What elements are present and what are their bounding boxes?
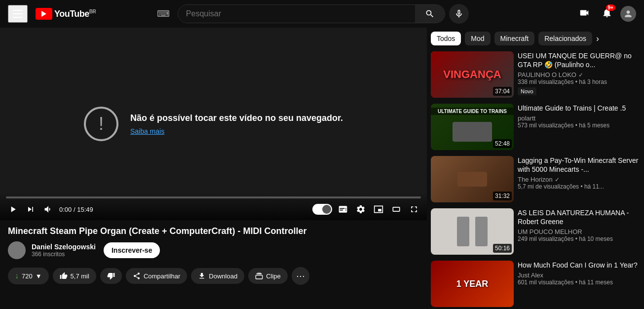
rec-title-2: Ultimate Guide to Trains | Create .5 (518, 104, 640, 113)
search-input[interactable] (178, 5, 415, 23)
rec-title-1: USEI UM TANQUE DE GUERR@ no GTA RP 🤣 (Pa… (518, 51, 640, 69)
exclamation-icon: ! (99, 114, 104, 134)
rec-meta-4: 249 mil visualizações • há 10 meses (518, 235, 640, 242)
quality-label: 720 (22, 272, 33, 280)
search-area: ⌨ (153, 4, 469, 24)
sidebar: Todos Mod Minecraft Relacionados › VINGA… (427, 28, 644, 309)
quality-dropdown-icon: ▼ (36, 272, 42, 280)
chip-mod[interactable]: Mod (465, 32, 490, 45)
rec-title-5: How Much Food Can I Grow in 1 Year? (518, 261, 640, 270)
theater-button[interactable] (389, 202, 403, 216)
channel-avatar[interactable] (8, 241, 26, 259)
menu-button[interactable] (8, 5, 28, 23)
logo[interactable]: YouTubeBR (36, 8, 96, 20)
next-button[interactable] (24, 202, 38, 216)
progress-bar[interactable] (6, 196, 421, 198)
share-button[interactable]: Compartilhar (126, 268, 187, 284)
search-bar (178, 4, 445, 23)
rec-meta-2: 573 mil visualizações • há 5 meses (518, 122, 640, 129)
youtube-logo-icon (36, 8, 52, 20)
rec-info-1: USEI UM TANQUE DE GUERR@ no GTA RP 🤣 (Pa… (518, 51, 640, 98)
subtitle-button[interactable] (336, 202, 350, 216)
rec-item-4[interactable]: 50:16 AS LEIS DA NATUREZA HUMANA - Rober… (431, 208, 640, 255)
subscribe-button[interactable]: Inscrever-se (104, 242, 160, 258)
rec-channel-5: Just Alex (518, 271, 640, 279)
header: YouTubeBR ⌨ 9+ (0, 0, 644, 28)
error-message: Não é possível tocar este vídeo no seu n… (130, 113, 343, 123)
rec-duration-4: 50:16 (493, 244, 512, 253)
like-button[interactable]: 5,7 mil (53, 268, 96, 284)
upload-button[interactable] (575, 3, 594, 25)
settings-button[interactable] (354, 202, 368, 216)
rec-item-5[interactable]: 1 YEAR How Much Food Can I Grow in 1 Yea… (431, 261, 640, 307)
dislike-button[interactable] (100, 268, 122, 284)
time-display: 0:00 / 15:49 (59, 206, 93, 213)
channel-subs: 366 inscritos (32, 251, 96, 258)
rec-meta-5: 601 mil visualizações • há 11 meses (518, 279, 640, 286)
rec-duration-1: 37:04 (493, 87, 512, 96)
quality-button[interactable]: ↓ 720 ▼ (8, 268, 49, 284)
error-icon: ! (84, 107, 118, 141)
more-options-button[interactable]: ⋯ (292, 267, 309, 285)
miniplayer-button[interactable] (372, 202, 385, 216)
error-content: ! Não é possível tocar este vídeo no seu… (84, 107, 343, 141)
like-count: 5,7 mil (71, 272, 89, 280)
rec-title-3: Lagging a Pay-To-Win Minecraft Server wi… (518, 156, 640, 174)
time-total: 15:49 (77, 206, 93, 213)
verified-icon-3: ✓ (555, 176, 560, 183)
search-button[interactable] (415, 5, 445, 23)
chip-arrow-right[interactable]: › (596, 34, 599, 44)
rec-meta-1: 338 mil visualizações • há 3 horas (518, 78, 640, 85)
rec-channel-2: polartt (518, 115, 640, 122)
mic-button[interactable] (449, 4, 469, 24)
rec-info-4: AS LEIS DA NATUREZA HUMANA - Robert Gree… (518, 208, 640, 255)
learn-more-link[interactable]: Saiba mais (130, 127, 164, 135)
header-right: 9+ (575, 3, 636, 25)
download-label: Download (209, 272, 237, 280)
rec-item-2[interactable]: ULTIMATE GUIDE TO TRAINS 52:48 Ultimate … (431, 104, 640, 150)
logo-text: YouTubeBR (54, 9, 96, 19)
rec-channel-4: UM POUCO MELHOR (518, 228, 640, 235)
time-current: 0:00 (59, 206, 72, 213)
chip-minecraft[interactable]: Minecraft (494, 32, 535, 45)
rec-thumb-2: ULTIMATE GUIDE TO TRAINS 52:48 (431, 104, 514, 150)
chip-relacionados[interactable]: Relacionados (538, 32, 592, 45)
video-title: Minecraft Steam Pipe Organ (Create + Com… (8, 226, 419, 236)
main-layout: ! Não é possível tocar este vídeo no seu… (0, 28, 644, 309)
rec-info-3: Lagging a Pay-To-Win Minecraft Server wi… (518, 156, 640, 202)
volume-button[interactable] (41, 202, 55, 216)
error-text: Não é possível tocar este vídeo no seu n… (130, 113, 343, 135)
rec-duration-3: 31:32 (493, 192, 512, 200)
play-button[interactable] (6, 202, 20, 216)
verified-icon-1: ✓ (578, 72, 583, 78)
avatar[interactable] (620, 6, 636, 22)
filter-row: Todos Mod Minecraft Relacionados › (431, 28, 640, 51)
video-controls: 0:00 / 15:49 (0, 193, 427, 220)
notification-badge: 9+ (606, 4, 615, 11)
rec-thumb-3: 31:32 (431, 156, 514, 202)
clip-label: Clipe (266, 272, 281, 280)
clip-button[interactable]: Clipe (248, 268, 288, 284)
rec-info-5: How Much Food Can I Grow in 1 Year? Just… (518, 261, 640, 307)
autoplay-toggle[interactable] (312, 204, 332, 215)
notifications-button[interactable]: 9+ (598, 3, 616, 25)
fullscreen-button[interactable] (407, 202, 421, 216)
rec-info-2: Ultimate Guide to Trains | Create .5 pol… (518, 104, 640, 150)
channel-details: Daniel Szelogowski 366 inscritos (32, 243, 96, 258)
download-button[interactable]: Download (191, 268, 244, 284)
header-left: YouTubeBR (8, 5, 96, 23)
video-player: ! Não é possível tocar este vídeo no seu… (0, 28, 427, 220)
new-badge-1: Novo (518, 87, 536, 95)
video-info: Minecraft Steam Pipe Organ (Create + Com… (0, 220, 427, 263)
rec-title-4: AS LEIS DA NATUREZA HUMANA - Robert Gree… (518, 208, 640, 226)
rec-channel-3: The Horizon ✓ (518, 176, 640, 183)
rec-item-3[interactable]: 31:32 Lagging a Pay-To-Win Minecraft Ser… (431, 156, 640, 202)
controls-row: 0:00 / 15:49 (6, 202, 421, 216)
rec-thumb-4: 50:16 (431, 208, 514, 255)
chip-todos[interactable]: Todos (431, 32, 461, 45)
channel-name[interactable]: Daniel Szelogowski (32, 243, 96, 251)
rec-item-1[interactable]: VINGANÇA 37:04 USEI UM TANQUE DE GUERR@ … (431, 51, 640, 98)
rec-thumb-1: VINGANÇA 37:04 (431, 51, 514, 98)
keyboard-icon[interactable]: ⌨ (153, 4, 174, 23)
share-label: Compartilhar (144, 272, 180, 280)
